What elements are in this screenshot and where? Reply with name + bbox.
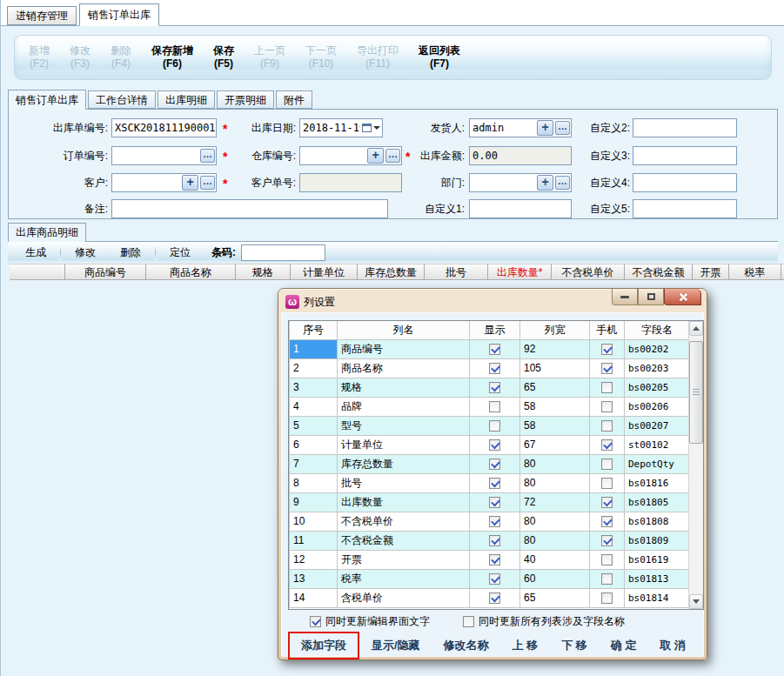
grid-column-header[interactable]: 计量单位 bbox=[291, 264, 358, 279]
mobile-checkbox[interactable] bbox=[601, 535, 613, 546]
grid-column-header[interactable]: 开票 bbox=[693, 264, 729, 279]
items-toolbar-button[interactable]: 修改 bbox=[63, 245, 108, 260]
add-icon[interactable]: + bbox=[537, 175, 553, 191]
row-number-cell[interactable]: 7 bbox=[290, 454, 338, 473]
field-name-cell[interactable]: st00102 bbox=[625, 435, 690, 454]
mobile-checkbox[interactable] bbox=[601, 458, 613, 470]
main-tab[interactable]: 进销存管理 bbox=[7, 6, 77, 25]
items-toolbar-button[interactable]: 删除 bbox=[108, 245, 153, 260]
mobile-cell[interactable] bbox=[590, 339, 625, 358]
move-up-button[interactable]: 上 移 bbox=[513, 633, 539, 658]
field-name-cell[interactable]: DepotQty bbox=[625, 454, 690, 473]
show-checkbox[interactable] bbox=[489, 497, 500, 508]
width-cell[interactable]: 60 bbox=[520, 569, 590, 588]
col-header-show[interactable]: 显示 bbox=[470, 321, 520, 339]
close-button[interactable] bbox=[664, 289, 701, 305]
show-checkbox[interactable] bbox=[489, 592, 500, 604]
add-field-button[interactable]: 添加字段 bbox=[288, 632, 359, 659]
mobile-checkbox[interactable] bbox=[601, 439, 613, 451]
show-cell[interactable] bbox=[470, 435, 520, 454]
dept-input[interactable] bbox=[471, 175, 536, 191]
field-name-cell[interactable]: bs00206 bbox=[625, 397, 690, 416]
column-name-cell[interactable]: 不含税金额 bbox=[338, 531, 470, 550]
main-tab[interactable]: 销售订单出库 bbox=[79, 3, 159, 26]
rename-button[interactable]: 修改名称 bbox=[444, 633, 489, 658]
mobile-checkbox[interactable] bbox=[601, 401, 613, 412]
show-hide-button[interactable]: 显示/隐藏 bbox=[372, 633, 420, 658]
col-header-field[interactable]: 字段名 bbox=[625, 321, 690, 339]
field-name-cell[interactable]: bs01805 bbox=[625, 492, 690, 512]
mobile-cell[interactable] bbox=[590, 358, 625, 378]
custom3-input[interactable] bbox=[634, 148, 735, 164]
checkbox[interactable] bbox=[310, 616, 321, 627]
custom5-input[interactable] bbox=[634, 201, 735, 217]
column-name-cell[interactable]: 不含税单价 bbox=[338, 512, 470, 531]
show-checkbox[interactable] bbox=[489, 458, 500, 470]
toolbar-button[interactable]: 修改(F3) bbox=[70, 44, 90, 70]
show-cell[interactable] bbox=[470, 416, 520, 435]
row-number-cell[interactable]: 6 bbox=[290, 435, 338, 454]
option-update-edit-ui[interactable]: 同时更新编辑界面文字 bbox=[310, 614, 430, 629]
row-number-cell[interactable]: 11 bbox=[290, 531, 338, 550]
toolbar-button[interactable]: 保存新增(F6) bbox=[151, 44, 193, 70]
row-number-cell[interactable]: 12 bbox=[290, 550, 338, 569]
row-number-cell[interactable]: 3 bbox=[290, 378, 338, 397]
grid-column-header[interactable]: 商品名称 bbox=[146, 264, 236, 279]
move-down-button[interactable]: 下 移 bbox=[561, 633, 587, 658]
width-cell[interactable]: 80 bbox=[520, 454, 590, 473]
field-name-cell[interactable]: bs01814 bbox=[625, 588, 690, 607]
col-header-index[interactable]: 序号 bbox=[290, 321, 338, 339]
show-checkbox[interactable] bbox=[489, 439, 500, 451]
show-checkbox[interactable] bbox=[489, 554, 500, 566]
width-cell[interactable]: 80 bbox=[520, 512, 590, 531]
column-name-cell[interactable]: 库存总数量 bbox=[338, 454, 470, 473]
column-name-cell[interactable]: 计量单位 bbox=[338, 435, 470, 454]
shipper-input[interactable] bbox=[471, 120, 536, 136]
toolbar-button[interactable]: 上一页(F9) bbox=[254, 44, 285, 70]
custom1-input[interactable] bbox=[471, 201, 570, 217]
checkbox[interactable] bbox=[463, 616, 474, 627]
grid-column-header[interactable]: 出库数量* bbox=[488, 264, 552, 279]
toolbar-button[interactable]: 新增(F2) bbox=[29, 44, 50, 70]
show-checkbox[interactable] bbox=[489, 420, 500, 432]
width-cell[interactable]: 65 bbox=[520, 588, 590, 607]
field-name-cell[interactable]: bs01809 bbox=[625, 531, 690, 550]
cancel-button[interactable]: 取 消 bbox=[660, 633, 686, 658]
row-number-cell[interactable]: 14 bbox=[290, 588, 338, 607]
row-number-cell[interactable]: 1 bbox=[290, 339, 338, 358]
mobile-checkbox[interactable] bbox=[601, 382, 613, 393]
scroll-thumb[interactable] bbox=[689, 341, 703, 444]
column-name-cell[interactable]: 型号 bbox=[338, 416, 470, 435]
show-checkbox[interactable] bbox=[489, 344, 500, 355]
width-cell[interactable]: 40 bbox=[520, 550, 590, 569]
ok-button[interactable]: 确 定 bbox=[611, 633, 637, 658]
column-name-cell[interactable]: 税率 bbox=[338, 569, 470, 588]
mobile-cell[interactable] bbox=[590, 588, 625, 607]
column-name-cell[interactable]: 出库数量 bbox=[338, 492, 470, 512]
tab-items-detail[interactable]: 出库商品明细 bbox=[8, 223, 86, 242]
toolbar-button[interactable]: 返回列表(F7) bbox=[419, 44, 460, 70]
scroll-up-button[interactable] bbox=[689, 321, 703, 336]
row-number-cell[interactable]: 13 bbox=[290, 569, 338, 588]
column-name-cell[interactable]: 开票 bbox=[338, 550, 470, 569]
width-cell[interactable]: 80 bbox=[520, 531, 590, 550]
mobile-checkbox[interactable] bbox=[601, 573, 613, 585]
form-tab[interactable]: 销售订单出库 bbox=[8, 90, 86, 110]
column-name-cell[interactable]: 商品编号 bbox=[338, 339, 470, 358]
mobile-checkbox[interactable] bbox=[601, 344, 613, 355]
items-toolbar-button[interactable]: 定位 bbox=[157, 245, 203, 260]
column-name-cell[interactable]: 品牌 bbox=[338, 397, 470, 416]
show-checkbox[interactable] bbox=[489, 401, 500, 412]
mobile-cell[interactable] bbox=[590, 492, 625, 512]
mobile-cell[interactable] bbox=[590, 378, 625, 397]
column-name-cell[interactable]: 批号 bbox=[338, 473, 470, 492]
col-header-mobile[interactable]: 手机 bbox=[590, 321, 625, 339]
scroll-down-button[interactable] bbox=[689, 594, 703, 609]
mobile-cell[interactable] bbox=[590, 531, 625, 550]
col-header-name[interactable]: 列名 bbox=[338, 321, 470, 339]
toolbar-button[interactable]: 删除(F4) bbox=[111, 44, 131, 70]
width-cell[interactable]: 65 bbox=[520, 378, 590, 397]
show-checkbox[interactable] bbox=[489, 478, 500, 489]
toolbar-button[interactable]: 导出打印(F11) bbox=[357, 44, 399, 70]
field-name-cell[interactable]: bs00203 bbox=[625, 358, 690, 378]
